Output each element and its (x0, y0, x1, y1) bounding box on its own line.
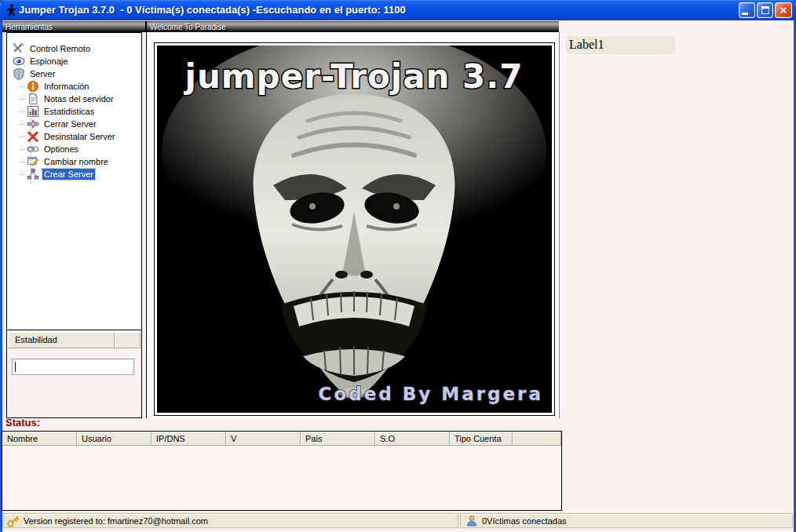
column-header-s-o[interactable]: S.O (375, 432, 450, 446)
tree-item-informaci-n[interactable]: Información (7, 80, 141, 93)
column-header-nombre[interactable]: Nombre (2, 432, 77, 446)
tree-item-optiones[interactable]: Optiones (7, 143, 141, 155)
close-button[interactable]: × (775, 2, 792, 18)
stats-icon (27, 105, 39, 118)
maximize-button[interactable] (757, 2, 773, 18)
statusbar-victims-panel: 0Víctimas conectadas (460, 513, 793, 528)
window-title: Jumper Trojan 3.7.0 - 0 Víctima(s) conec… (19, 4, 406, 16)
text-caret (15, 362, 16, 372)
notes-icon (27, 93, 39, 105)
tree-item-label: Espionaje (28, 56, 69, 67)
joker-banner-image: jumper-Trojan 3.7 Coded By Margera (157, 46, 552, 413)
victims-count-text: 0Víctimas conectadas (482, 516, 567, 526)
stability-progress-field[interactable] (12, 359, 134, 375)
registration-text: Version registered to: fmartinez70@hotma… (24, 516, 208, 526)
tree-connector-line (31, 89, 31, 184)
column-header-usuario[interactable]: Usuario (77, 432, 152, 446)
tree-item-control-remoto[interactable]: Control Remoto (7, 42, 141, 55)
options-icon (27, 143, 39, 155)
maximize-icon (761, 6, 769, 14)
column-header-ip-dns[interactable]: IP/DNS (152, 432, 226, 446)
tree-item-label: Optiones (42, 144, 80, 155)
banner-title: jumper-Trojan 3.7 (184, 57, 524, 96)
column-header-empty[interactable] (513, 432, 561, 446)
tree-item-desinstalar-server[interactable]: Desinstalar Server (7, 130, 141, 143)
status-bar: Version registered to: fmartinez70@hotma… (2, 512, 794, 529)
status-label: Status: (5, 417, 40, 428)
stability-column-header-empty[interactable] (115, 332, 141, 348)
statusbar-registration-panel: Version registered to: fmartinez70@hotma… (3, 513, 458, 528)
key-icon (7, 515, 20, 527)
main-panel-header: Welcome To Paradise (147, 21, 559, 32)
tools-panel: Control RemotoEspionajeServerInformación… (6, 32, 142, 418)
tree-item-label: Información (42, 81, 90, 92)
tree-item-cambiar-nombre[interactable]: Cambiar nombre (7, 155, 141, 168)
tree-item-label: Estatidisticas (42, 106, 96, 117)
disconnect-icon (27, 118, 39, 130)
info-icon (27, 80, 39, 93)
tree-item-server[interactable]: Server (7, 67, 141, 80)
main-panel: jumper-Trojan 3.7 Coded By Margera (146, 32, 560, 418)
victims-table-header: NombreUsuarioIP/DNSVPaisS.OTipo Cuenta (2, 432, 561, 446)
uninstall-icon (27, 130, 39, 143)
app-window: Jumper Trojan 3.7.0 - 0 Víctima(s) conec… (0, 0, 796, 532)
create-server-icon (27, 168, 39, 180)
minimize-button[interactable] (739, 2, 755, 18)
stability-column-header[interactable]: Estabilidad (8, 332, 115, 348)
tree-item-label: Crear Server (42, 169, 95, 180)
tree-item-espionaje[interactable]: Espionaje (7, 55, 141, 67)
banner-credit: Coded By Margera (319, 384, 543, 404)
person-icon (466, 515, 478, 527)
label1: Label1 (567, 36, 675, 54)
tree-item-notas-del-servidor[interactable]: Notas del servidor (7, 93, 141, 105)
title-bar[interactable]: Jumper Trojan 3.7.0 - 0 Víctima(s) conec… (0, 0, 796, 20)
column-header-v[interactable]: V (226, 432, 301, 446)
banner-frame: jumper-Trojan 3.7 Coded By Margera (154, 42, 555, 416)
victims-table: NombreUsuarioIP/DNSVPaisS.OTipo Cuenta (2, 431, 562, 511)
column-header-tipo-cuenta[interactable]: Tipo Cuenta (450, 432, 513, 446)
tree-item-label: Notas del servidor (42, 93, 115, 104)
tools-icon (13, 42, 25, 55)
tree-item-cerrar-server[interactable]: Cerrar Server (7, 118, 141, 130)
minimize-icon (742, 13, 748, 15)
tree-item-label: Cambiar nombre (42, 156, 110, 167)
tree-item-label: Desinstalar Server (42, 131, 116, 142)
tools-tree: Control RemotoEspionajeServerInformación… (7, 33, 141, 330)
tree-item-estatidisticas[interactable]: Estatidisticas (7, 105, 141, 118)
close-icon: × (780, 3, 787, 16)
tools-panel-header: Herramientas (2, 21, 145, 32)
tree-item-label: Cerrar Server (42, 118, 98, 129)
tree-item-label: Control Remoto (28, 43, 92, 54)
stability-header-row: Estabilidad (8, 332, 141, 348)
shield-icon (13, 67, 25, 80)
tree-item-crear-server[interactable]: Crear Server (7, 168, 141, 180)
eye-icon (13, 55, 25, 67)
tree-item-label: Server (28, 68, 57, 79)
rename-icon (27, 155, 39, 168)
app-jumper-icon (5, 4, 16, 16)
column-header-pais[interactable]: Pais (301, 432, 375, 446)
